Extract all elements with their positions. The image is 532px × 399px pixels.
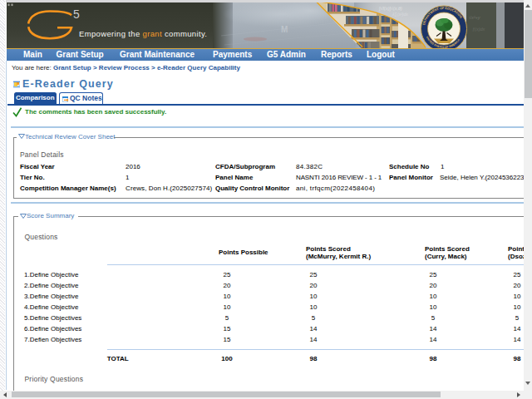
- svg-text:Empowering the grant community: Empowering the grant community.: [79, 28, 207, 37]
- svg-text:ƒ(x)dx: ƒ(x)dx: [472, 27, 485, 32]
- svg-text:M: M: [281, 25, 288, 34]
- svg-text:∫√f(x)∫√(x,θ): ∫√f(x)∫√(x,θ): [378, 6, 402, 12]
- svg-text:λ∑(x²)dx: λ∑(x²)dx: [392, 12, 408, 17]
- svg-text:√x²+y: √x²+y: [469, 15, 481, 20]
- svg-text:5: 5: [73, 7, 80, 21]
